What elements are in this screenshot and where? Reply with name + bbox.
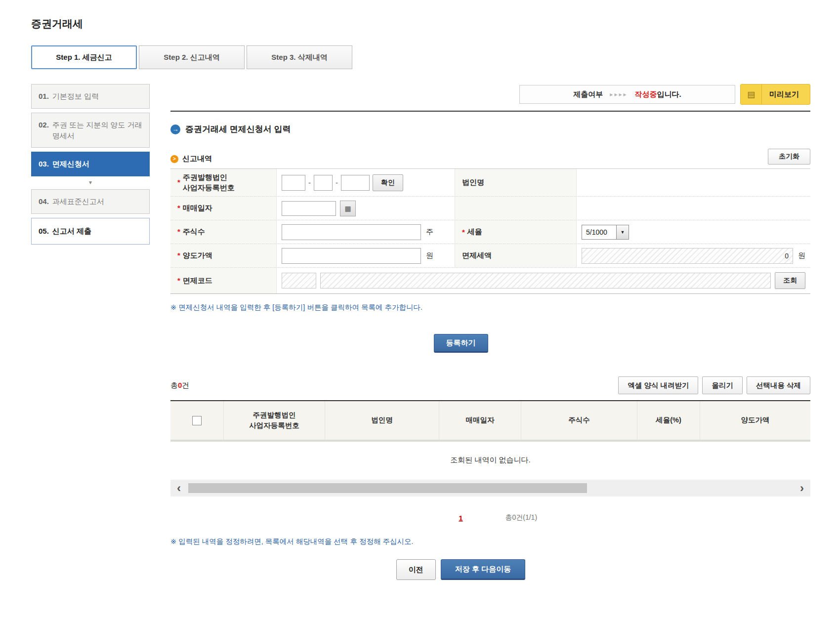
status-row: 제출여부 ▸▸▸▸ 작성중입니다. ▤ 미리보기 [170,84,810,105]
sidebar-item-submit-report[interactable]: 05. 신고서 제출 [31,218,150,245]
required-mark: * [177,250,180,260]
submission-status-box: 제출여부 ▸▸▸▸ 작성중입니다. [519,85,735,104]
required-mark: * [177,203,180,213]
scroll-left-icon[interactable]: ‹ [174,482,183,495]
exempt-code-label: 면제코드 [183,276,212,286]
column-header-trade-date: 매매일자 [439,401,521,440]
bizno-separator: - [336,178,338,187]
horizontal-scrollbar: ‹ › [170,480,810,496]
upload-button[interactable]: 올리기 [702,376,743,394]
register-button[interactable]: 등록하기 [434,334,488,353]
tax-rate-select[interactable]: 5/1000 ▼ [582,225,629,240]
form-row-value-exempttax: * 양도가액 원 면제세액 0 원 [170,244,810,268]
document-icon: ▤ [741,84,762,104]
page: 증권거래세 Step 1. 세금신고 Step 2. 신고내역 Step 3. … [0,0,840,580]
trade-date-label: 매매일자 [183,203,212,213]
bizno-separator: - [308,178,311,187]
sidebar-item-basic-info[interactable]: 01. 기본정보 입력 [31,84,150,109]
toolbar-buttons: 엑셀 양식 내려받기 올리기 선택내용 삭제 [618,376,810,394]
scroll-right-icon[interactable]: › [798,482,806,495]
exempt-code-value-cell: 조회 [277,268,810,293]
sidebar-item-label: 면제신청서 [52,159,89,169]
arrows-icon: ▸▸▸▸ [610,91,628,98]
exempt-tax-label-cell: 면제세액 [455,244,577,267]
step-number: 05. [39,226,49,237]
status-rest: 입니다. [657,90,681,98]
bizno-part3-input[interactable] [341,175,370,191]
exempt-code-name-readonly-field [320,273,771,289]
sidebar-item-label: 주권 또는 지분의 양도 거래명세서 [52,120,142,141]
exempt-code-label-cell: * 면제코드 [170,268,277,293]
share-count-label-cell: * 주식수 [170,220,277,244]
sidebar-item-transfer-statement[interactable]: 02. 주권 또는 지분의 양도 거래명세서 [31,113,150,148]
form-row-trade-date: * 매매일자 ▦ [170,197,810,220]
transfer-value-label-cell: * 양도가액 [170,244,277,267]
section-divider [170,111,810,112]
tax-rate-label: 세율 [467,227,482,237]
bizno-part1-input[interactable] [282,175,305,191]
bullet-circle-icon: > [170,155,178,163]
tax-rate-selected-value: 5/1000 [582,228,616,236]
column-header-corpname: 법인명 [325,401,439,440]
tab-label: Step 3. 삭제내역 [271,53,327,62]
trade-date-input[interactable] [282,201,336,216]
required-mark: * [177,276,180,286]
share-count-input[interactable] [282,224,421,240]
bizno-part2-input[interactable] [314,175,333,191]
previous-button[interactable]: 이전 [396,559,436,580]
save-and-next-button[interactable]: 저장 후 다음이동 [441,559,525,580]
step-number: 04. [39,196,49,207]
scrollbar-thumb[interactable] [188,483,587,493]
step-number: 01. [39,91,49,102]
pagination: 1 총0건(1/1) [170,512,751,523]
sidebar-item-label: 신고서 제출 [52,226,91,237]
exempt-tax-value-cell: 0 원 [577,244,810,267]
tab-step1-tax-report[interactable]: Step 1. 세금신고 [31,45,137,69]
tab-step2-report-history[interactable]: Step 2. 신고내역 [139,45,245,69]
bizno-label: 주권발행법인사업자등록번호 [183,172,235,193]
step-number: 02. [39,120,49,141]
sidebar-item-label: 과세표준신고서 [52,196,104,207]
transfer-value-input[interactable] [282,248,421,264]
confirm-button[interactable]: 확인 [373,174,403,191]
step-down-arrow-icon: ▼ [31,180,150,185]
exempt-tax-label: 면제세액 [462,251,492,260]
excel-template-download-button[interactable]: 엑셀 양식 내려받기 [618,376,698,394]
register-row: 등록하기 [170,312,751,353]
tab-step3-delete-history[interactable]: Step 3. 삭제내역 [247,45,352,69]
form-row-bizno-corpname: * 주권발행법인사업자등록번호 - - 확인 법인명 [170,169,810,197]
exempt-tax-unit: 원 [798,251,805,260]
preview-button-label: 미리보기 [762,90,810,99]
status-highlight: 작성중 [634,90,657,98]
table-header-row: 주권발행법인 사업자등록번호 법인명 매매일자 주식수 세율(%) 양도가액 [170,401,810,442]
subsection-title: > 신고내역 [170,154,212,164]
empty-value-cell [577,197,810,220]
reset-button[interactable]: 초기화 [768,149,810,165]
list-toolbar: 총0건 엑셀 양식 내려받기 올리기 선택내용 삭제 [170,376,810,394]
scrollbar-track[interactable] [188,483,793,493]
column-header-share-count: 주식수 [521,401,637,440]
required-mark: * [177,177,180,187]
tax-rate-label-cell: * 세율 [455,220,577,244]
column-header-transfer-value: 양도가액 [700,401,810,440]
trade-date-label-cell: * 매매일자 [170,197,277,220]
exemption-form-table: * 주권발행법인사업자등록번호 - - 확인 법인명 [170,168,810,294]
select-all-checkbox[interactable] [192,416,202,425]
sidebar: 01. 기본정보 입력 02. 주권 또는 지분의 양도 거래명세서 03. 면… [31,84,150,580]
list-note: ※ 입력된 내역을 정정하려면, 목록에서 해당내역을 선택 후 정정해 주십시… [170,537,810,546]
trade-date-value-cell: ▦ [277,197,455,220]
form-row-shares-rate: * 주식수 주 * 세율 5/1000 ▼ [170,220,810,244]
arrow-circle-icon: → [170,124,180,134]
exempt-code-search-button[interactable]: 조회 [775,272,805,289]
page-number-current[interactable]: 1 [459,514,462,522]
sidebar-item-exemption-form[interactable]: 03. 면제신청서 [31,152,150,176]
preview-button[interactable]: ▤ 미리보기 [740,84,810,105]
calendar-icon[interactable]: ▦ [340,201,356,216]
step-tabs: Step 1. 세금신고 Step 2. 신고내역 Step 3. 삭제내역 [31,45,810,69]
bizno-value-cell: - - 확인 [277,169,455,196]
delete-selected-button[interactable]: 선택내용 삭제 [747,376,810,394]
exemption-list-table: 주권발행법인 사업자등록번호 법인명 매매일자 주식수 세율(%) 양도가액 조… [170,400,810,478]
column-header-tax-rate: 세율(%) [637,401,700,440]
column-header-bizno: 주권발행법인 사업자등록번호 [224,401,325,440]
sidebar-item-tax-base-report[interactable]: 04. 과세표준신고서 [31,189,150,214]
